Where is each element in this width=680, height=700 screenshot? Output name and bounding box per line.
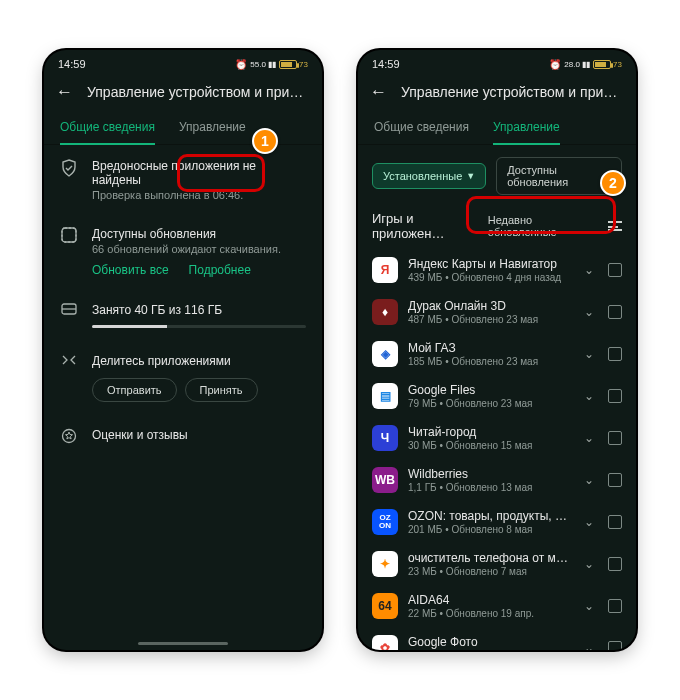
app-checkbox[interactable] (608, 263, 622, 277)
back-icon[interactable]: ← (56, 82, 73, 102)
app-checkbox[interactable] (608, 599, 622, 613)
status-time: 14:59 (372, 58, 400, 70)
app-meta: 201 МБ • Обновлено 8 мая (408, 524, 570, 535)
storage-bar (92, 325, 306, 328)
chevron-down-icon[interactable]: ⌄ (580, 431, 598, 445)
app-icon: ◈ (372, 341, 398, 367)
battery-icon: 73 (593, 60, 622, 69)
chevron-down-icon[interactable]: ⌄ (580, 473, 598, 487)
status-bar: 14:59 ⏰ 55.0 ▮▮ 73 (44, 50, 322, 74)
chevron-down-icon[interactable]: ⌄ (580, 305, 598, 319)
app-icon: OZ ON (372, 509, 398, 535)
app-row[interactable]: ЧЧитай-город30 МБ • Обновлено 15 мая⌄ (358, 417, 636, 459)
app-list: ЯЯндекс Карты и Навигатор439 МБ • Обновл… (358, 249, 636, 650)
app-name: Читай-город (408, 425, 570, 439)
app-icon: ✦ (372, 551, 398, 577)
app-checkbox[interactable] (608, 557, 622, 571)
tabs: Общие сведения Управление (44, 112, 322, 145)
callout-1-badge: 1 (252, 128, 278, 154)
updates-sub: 66 обновлений ожидают скачивания. (92, 243, 306, 255)
app-row[interactable]: ✿Google Фото752 МБ • Обновлено 18 апр.⌄ (358, 627, 636, 650)
chevron-down-icon: ▼ (466, 171, 475, 181)
sort-icon (608, 221, 622, 231)
app-name: AIDA64 (408, 593, 570, 607)
share-title: Делитесь приложениями (92, 354, 306, 368)
app-meta: 439 МБ • Обновлено 4 дня назад (408, 272, 570, 283)
app-checkbox[interactable] (608, 431, 622, 445)
tab-manage[interactable]: Управление (493, 112, 560, 144)
page-title: Управление устройством и приложен… (401, 84, 624, 100)
update-all-link[interactable]: Обновить все (92, 263, 169, 277)
app-name: Яндекс Карты и Навигатор (408, 257, 570, 271)
app-row[interactable]: WBWildberries1,1 ГБ • Обновлено 13 мая⌄ (358, 459, 636, 501)
back-icon[interactable]: ← (370, 82, 387, 102)
titlebar: ← Управление устройством и приложен… (358, 74, 636, 112)
chevron-down-icon[interactable]: ⌄ (580, 389, 598, 403)
chip-installed[interactable]: Установленные ▼ (372, 163, 486, 189)
status-icons: ⏰ 55.0 ▮▮ 73 (235, 59, 308, 70)
chevron-down-icon[interactable]: ⌄ (580, 347, 598, 361)
battery-icon: 73 (279, 60, 308, 69)
app-icon: Ч (372, 425, 398, 451)
app-name: Google Фото (408, 635, 570, 649)
app-checkbox[interactable] (608, 473, 622, 487)
app-meta: 30 МБ • Обновлено 15 мая (408, 440, 570, 451)
app-row[interactable]: ♦Дурак Онлайн 3D487 МБ • Обновлено 23 ма… (358, 291, 636, 333)
app-row[interactable]: OZ ONOZON: товары, продукты, билеты201 М… (358, 501, 636, 543)
app-name: Wildberries (408, 467, 570, 481)
app-checkbox[interactable] (608, 347, 622, 361)
app-name: OZON: товары, продукты, билеты (408, 509, 570, 523)
row-storage[interactable]: Занято 40 ГБ из 116 ГБ (44, 289, 322, 340)
tab-overview[interactable]: Общие сведения (374, 112, 469, 144)
signal-icon: 28.0 ▮▮ (564, 60, 590, 69)
row-reviews[interactable]: Оценки и отзывы (44, 414, 322, 456)
chevron-down-icon[interactable]: ⌄ (580, 599, 598, 613)
page-title: Управление устройством и приложен… (87, 84, 310, 100)
app-name: очиститель телефона от мусора (408, 551, 570, 565)
share-receive-button[interactable]: Принять (185, 378, 258, 402)
app-name: Дурак Онлайн 3D (408, 299, 570, 313)
phone-left: 14:59 ⏰ 55.0 ▮▮ 73 ← Управление устройст… (44, 50, 322, 650)
chevron-down-icon[interactable]: ⌄ (580, 641, 598, 650)
safety-sub: Проверка выполнена в 06:46. (92, 189, 306, 201)
updates-details-link[interactable]: Подробнее (189, 263, 251, 277)
share-send-button[interactable]: Отправить (92, 378, 177, 402)
phone-right: 14:59 ⏰ 28.0 ▮▮ 73 ← Управление устройст… (358, 50, 636, 650)
list-header: Игры и приложен… Недавно обновленные (358, 207, 636, 249)
app-row[interactable]: ✦очиститель телефона от мусора23 МБ • Об… (358, 543, 636, 585)
tab-overview[interactable]: Общие сведения (60, 112, 155, 144)
app-checkbox[interactable] (608, 641, 622, 650)
app-checkbox[interactable] (608, 515, 622, 529)
status-time: 14:59 (58, 58, 86, 70)
app-meta: 79 МБ • Обновлено 23 мая (408, 398, 570, 409)
home-indicator (138, 642, 228, 645)
row-share: Делитесь приложениями Отправить Принять (44, 340, 322, 414)
row-safety[interactable]: Вредоносные приложения не найдены Провер… (44, 145, 322, 213)
chevron-down-icon[interactable]: ⌄ (580, 515, 598, 529)
chevron-down-icon[interactable]: ⌄ (580, 263, 598, 277)
app-checkbox[interactable] (608, 389, 622, 403)
alarm-icon: ⏰ (549, 59, 561, 70)
app-row[interactable]: ▤Google Files79 МБ • Обновлено 23 мая⌄ (358, 375, 636, 417)
status-icons: ⏰ 28.0 ▮▮ 73 (549, 59, 622, 70)
tutorial-compare: 14:59 ⏰ 55.0 ▮▮ 73 ← Управление устройст… (0, 0, 680, 700)
shield-icon (60, 159, 78, 177)
app-row[interactable]: ЯЯндекс Карты и Навигатор439 МБ • Обновл… (358, 249, 636, 291)
storage-icon (60, 303, 78, 315)
row-updates[interactable]: Доступны обновления 66 обновлений ожидаю… (44, 213, 322, 289)
status-bar: 14:59 ⏰ 28.0 ▮▮ 73 (358, 50, 636, 74)
app-checkbox[interactable] (608, 305, 622, 319)
app-name: Мой ГАЗ (408, 341, 570, 355)
tab-manage[interactable]: Управление (179, 112, 246, 144)
app-row[interactable]: 64AIDA6422 МБ • Обновлено 19 апр.⌄ (358, 585, 636, 627)
app-name: Google Files (408, 383, 570, 397)
svg-rect-1 (62, 228, 76, 242)
app-meta: 23 МБ • Обновлено 7 мая (408, 566, 570, 577)
tabs: Общие сведения Управление (358, 112, 636, 145)
sort-button[interactable]: Недавно обновленные (488, 214, 622, 238)
chevron-down-icon[interactable]: ⌄ (580, 557, 598, 571)
app-meta: 487 МБ • Обновлено 23 мая (408, 314, 570, 325)
app-row[interactable]: ◈Мой ГАЗ185 МБ • Обновлено 23 мая⌄ (358, 333, 636, 375)
app-icon: ▤ (372, 383, 398, 409)
updates-icon (60, 227, 78, 243)
